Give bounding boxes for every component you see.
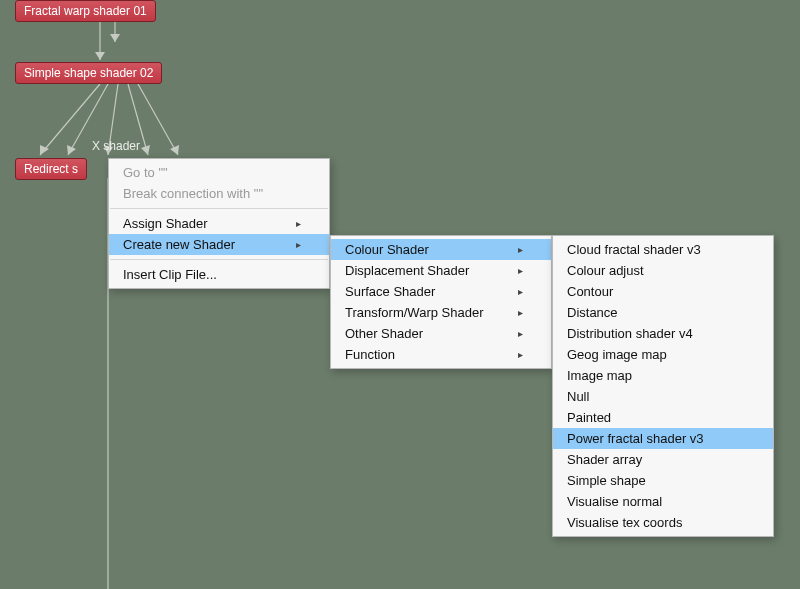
- menu-item-label: Simple shape: [567, 473, 646, 488]
- node-label: Redirect s: [24, 162, 78, 176]
- menu-item-label: Function: [345, 347, 395, 362]
- menu-item-label: Distribution shader v4: [567, 326, 693, 341]
- menu-item-image-map[interactable]: Image map: [553, 365, 773, 386]
- chevron-right-icon: ▸: [518, 307, 523, 318]
- chevron-right-icon: ▸: [518, 286, 523, 297]
- node-simple-shape-shader-02[interactable]: Simple shape shader 02: [15, 62, 162, 84]
- menu-item-label: Null: [567, 389, 589, 404]
- menu-item-visualise-tex-coords[interactable]: Visualise tex coords: [553, 512, 773, 533]
- menu-separator: [110, 259, 328, 260]
- menu-item-label: Visualise normal: [567, 494, 662, 509]
- menu-item-go-to: Go to "": [109, 162, 329, 183]
- menu-item-insert-clip-file[interactable]: Insert Clip File...: [109, 264, 329, 285]
- menu-item-contour[interactable]: Contour: [553, 281, 773, 302]
- menu-item-surface-shader[interactable]: Surface Shader ▸: [331, 281, 551, 302]
- menu-item-other-shader[interactable]: Other Shader ▸: [331, 323, 551, 344]
- menu-item-distribution-shader-v4[interactable]: Distribution shader v4: [553, 323, 773, 344]
- submenu-create-new-shader: Colour Shader ▸ Displacement Shader ▸ Su…: [330, 235, 552, 369]
- menu-item-power-fractal-shader-v3[interactable]: Power fractal shader v3: [553, 428, 773, 449]
- context-menu: Go to "" Break connection with "" Assign…: [108, 158, 330, 289]
- menu-item-label: Other Shader: [345, 326, 423, 341]
- menu-item-label: Break connection with "": [123, 186, 263, 201]
- menu-item-label: Go to "": [123, 165, 168, 180]
- chevron-right-icon: ▸: [518, 328, 523, 339]
- svg-marker-11: [141, 145, 150, 155]
- menu-item-label: Colour Shader: [345, 242, 429, 257]
- chevron-right-icon: ▸: [296, 239, 301, 250]
- svg-line-4: [40, 84, 100, 155]
- svg-marker-1: [95, 52, 105, 60]
- menu-item-break-connection: Break connection with "": [109, 183, 329, 204]
- menu-item-label: Image map: [567, 368, 632, 383]
- menu-item-label: Insert Clip File...: [123, 267, 217, 282]
- node-label: Fractal warp shader 01: [24, 4, 147, 18]
- menu-item-displacement-shader[interactable]: Displacement Shader ▸: [331, 260, 551, 281]
- menu-item-label: Displacement Shader: [345, 263, 469, 278]
- chevron-right-icon: ▸: [518, 244, 523, 255]
- chevron-right-icon: ▸: [296, 218, 301, 229]
- menu-item-label: Cloud fractal shader v3: [567, 242, 701, 257]
- svg-marker-3: [110, 34, 120, 42]
- menu-item-distance[interactable]: Distance: [553, 302, 773, 323]
- menu-item-colour-shader[interactable]: Colour Shader ▸: [331, 239, 551, 260]
- menu-separator: [110, 208, 328, 209]
- menu-item-transform-warp-shader[interactable]: Transform/Warp Shader ▸: [331, 302, 551, 323]
- menu-item-painted[interactable]: Painted: [553, 407, 773, 428]
- menu-item-label: Transform/Warp Shader: [345, 305, 483, 320]
- menu-item-label: Power fractal shader v3: [567, 431, 704, 446]
- menu-item-function[interactable]: Function ▸: [331, 344, 551, 365]
- menu-item-assign-shader[interactable]: Assign Shader ▸: [109, 213, 329, 234]
- node-label: Simple shape shader 02: [24, 66, 153, 80]
- menu-item-label: Shader array: [567, 452, 642, 467]
- menu-item-label: Assign Shader: [123, 216, 208, 231]
- menu-item-label: Painted: [567, 410, 611, 425]
- menu-item-label: Geog image map: [567, 347, 667, 362]
- menu-item-colour-adjust[interactable]: Colour adjust: [553, 260, 773, 281]
- menu-item-shader-array[interactable]: Shader array: [553, 449, 773, 470]
- menu-item-null[interactable]: Null: [553, 386, 773, 407]
- chevron-right-icon: ▸: [518, 349, 523, 360]
- chevron-right-icon: ▸: [518, 265, 523, 276]
- svg-marker-5: [40, 145, 49, 155]
- port-label-x-shader: X shader: [92, 139, 140, 153]
- menu-item-cloud-fractal-shader-v3[interactable]: Cloud fractal shader v3: [553, 239, 773, 260]
- node-redirect-shader[interactable]: Redirect s: [15, 158, 87, 180]
- menu-item-label: Contour: [567, 284, 613, 299]
- node-fractal-warp-shader-01[interactable]: Fractal warp shader 01: [15, 0, 156, 22]
- menu-item-simple-shape[interactable]: Simple shape: [553, 470, 773, 491]
- svg-marker-13: [170, 145, 179, 155]
- menu-item-visualise-normal[interactable]: Visualise normal: [553, 491, 773, 512]
- menu-item-label: Distance: [567, 305, 618, 320]
- svg-line-12: [138, 84, 178, 155]
- menu-item-geog-image-map[interactable]: Geog image map: [553, 344, 773, 365]
- menu-item-label: Visualise tex coords: [567, 515, 682, 530]
- menu-item-label: Create new Shader: [123, 237, 235, 252]
- menu-item-label: Surface Shader: [345, 284, 435, 299]
- menu-item-label: Colour adjust: [567, 263, 644, 278]
- submenu-colour-shader: Cloud fractal shader v3Colour adjustCont…: [552, 235, 774, 537]
- svg-marker-7: [67, 145, 76, 155]
- menu-item-create-new-shader[interactable]: Create new Shader ▸: [109, 234, 329, 255]
